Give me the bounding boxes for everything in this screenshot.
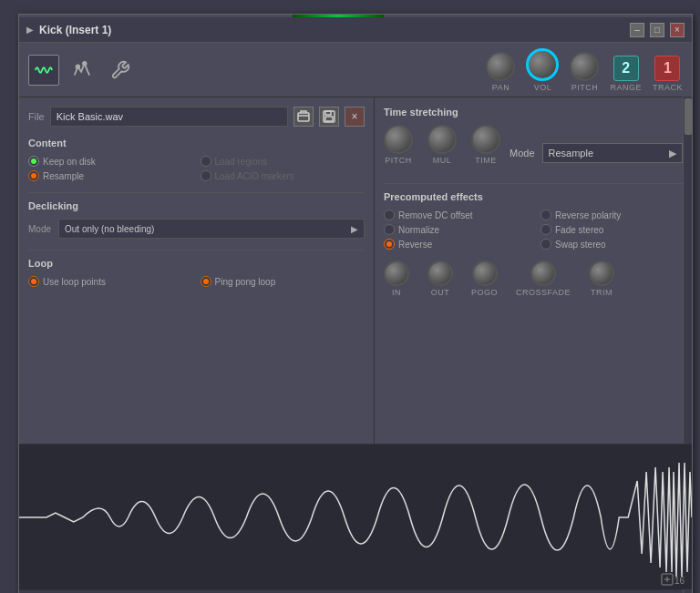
file-save-button[interactable] — [319, 107, 339, 127]
window-controls: – □ × — [630, 23, 685, 37]
pan-label: PAN — [492, 83, 510, 92]
reverse-radio[interactable] — [384, 239, 395, 250]
use-loop-points-option[interactable]: Use loop points — [28, 276, 193, 287]
track-badge[interactable]: 1 — [654, 56, 680, 81]
declicking-mode-value: Out only (no bleeding) — [65, 224, 154, 234]
declicking-title: Declicking — [28, 200, 365, 211]
loop-section: Loop Use loop points Ping pong loop — [28, 258, 365, 287]
fade-stereo-option[interactable]: Fade stereo — [540, 224, 683, 235]
swap-stereo-radio[interactable] — [540, 239, 551, 250]
time-stretching-title: Time stretching — [384, 107, 683, 118]
toolbar-controls: PAN VOL PITCH 2 RANGE 1 TRACK — [486, 48, 683, 92]
content-title: Content — [28, 138, 365, 148]
scroll-thumb[interactable] — [685, 98, 692, 135]
swap-stereo-label: Swap stereo — [555, 240, 606, 250]
svg-rect-2 — [298, 113, 309, 121]
ts-mul-knob[interactable] — [427, 125, 457, 154]
load-regions-option[interactable]: Load regions — [201, 156, 365, 167]
toolbar: PAN VOL PITCH 2 RANGE 1 TRACK — [19, 43, 692, 97]
reverse-polarity-radio[interactable] — [540, 210, 551, 220]
ts-mode-select[interactable]: Resample ▶ — [542, 143, 683, 163]
ts-pitch-label: PITCH — [385, 156, 412, 165]
file-label: File — [28, 111, 45, 122]
declicking-mode-label: Mode — [28, 224, 51, 234]
resample-radio[interactable] — [28, 170, 39, 181]
ts-pitch-knob[interactable] — [384, 125, 413, 154]
fade-stereo-label: Fade stereo — [555, 225, 603, 235]
pogo-knob[interactable] — [472, 261, 498, 286]
pogo-knob-group: POGO — [471, 261, 498, 297]
pitch-knob-group: PITCH — [570, 52, 599, 92]
ping-pong-option[interactable]: Ping pong loop — [201, 276, 365, 287]
reverse-polarity-label: Reverse polarity — [555, 210, 621, 220]
content-section: Content Keep on disk Load regions Resamp… — [28, 138, 365, 181]
time-stretching-section: Time stretching PITCH MUL TI — [384, 107, 683, 172]
declicking-mode-select[interactable]: Out only (no bleeding) ▶ — [58, 219, 365, 239]
precomputed-section: Precomputed effects Remove DC offset Rev… — [384, 191, 683, 297]
declicking-section: Declicking Mode Out only (no bleeding) ▶ — [28, 200, 365, 239]
load-acid-label: Load ACID markers — [215, 171, 294, 181]
left-panel: File × C — [19, 97, 375, 444]
file-browse-button[interactable] — [293, 107, 314, 127]
keep-on-disk-radio[interactable] — [28, 156, 39, 167]
trim-knob[interactable] — [589, 261, 614, 286]
range-label: RANGE — [610, 83, 642, 92]
ts-time-label: TIME — [475, 156, 497, 165]
main-content: File × C — [19, 97, 692, 444]
remove-dc-radio[interactable] — [384, 210, 395, 220]
vol-knob[interactable] — [526, 48, 559, 81]
load-acid-option[interactable]: Load ACID markers — [201, 170, 365, 181]
ts-time-knob[interactable] — [471, 125, 500, 154]
close-button[interactable]: × — [670, 23, 685, 37]
waveform-zoom-label: 16 — [674, 576, 685, 586]
keep-on-disk-option[interactable]: Keep on disk — [28, 156, 193, 167]
envelope-tab-button[interactable] — [67, 55, 98, 86]
title-arrow-icon: ▶ — [26, 25, 34, 35]
effect-knobs: IN OUT POGO CROSSFADE — [384, 261, 683, 297]
ts-pitch-knob-group: PITCH — [384, 125, 413, 165]
load-regions-label: Load regions — [215, 157, 268, 167]
out-knob[interactable] — [427, 261, 453, 286]
ping-pong-radio[interactable] — [201, 276, 211, 287]
range-badge[interactable]: 2 — [613, 56, 639, 81]
waveform-tab-button[interactable] — [28, 55, 59, 86]
ts-time-knob-group: TIME — [471, 125, 500, 165]
fade-stereo-radio[interactable] — [540, 224, 551, 235]
pitch-knob[interactable] — [570, 52, 599, 81]
swap-stereo-option[interactable]: Swap stereo — [540, 239, 683, 250]
ts-mode-label: Mode — [510, 148, 535, 158]
use-loop-points-label: Use loop points — [43, 277, 106, 287]
remove-dc-option[interactable]: Remove DC offset — [384, 210, 526, 220]
crossfade-label: CROSSFADE — [516, 288, 571, 297]
file-name-input[interactable] — [50, 107, 288, 127]
load-acid-radio[interactable] — [201, 170, 211, 181]
file-close-button[interactable]: × — [345, 107, 365, 127]
maximize-button[interactable]: □ — [650, 23, 664, 37]
ping-pong-label: Ping pong loop — [215, 277, 276, 287]
crossfade-knob[interactable] — [530, 261, 556, 286]
load-regions-radio[interactable] — [201, 156, 211, 167]
waveform-svg — [19, 445, 692, 589]
reverse-option[interactable]: Reverse — [384, 239, 526, 250]
waveform-display: 16 — [19, 444, 692, 589]
ts-mul-label: MUL — [433, 156, 452, 165]
svg-point-0 — [77, 65, 80, 68]
use-loop-points-radio[interactable] — [28, 276, 39, 287]
svg-rect-5 — [325, 117, 333, 121]
declicking-mode-row: Mode Out only (no bleeding) ▶ — [28, 219, 365, 239]
resample-option[interactable]: Resample — [28, 170, 193, 181]
reverse-polarity-option[interactable]: Reverse polarity — [540, 210, 683, 220]
pan-knob[interactable] — [486, 52, 515, 81]
normalize-option[interactable]: Normalize — [384, 224, 526, 235]
in-knob[interactable] — [384, 261, 409, 286]
loop-options: Use loop points Ping pong loop — [28, 276, 365, 287]
keep-on-disk-label: Keep on disk — [43, 157, 96, 167]
reverse-label: Reverse — [398, 240, 432, 250]
pogo-label: POGO — [471, 288, 498, 297]
trim-label: TRIM — [591, 288, 612, 297]
title-bar: ▶ Kick (Insert 1) – □ × — [19, 17, 692, 43]
file-row: File × — [28, 107, 365, 127]
settings-tab-button[interactable] — [105, 55, 136, 86]
normalize-radio[interactable] — [384, 224, 395, 235]
minimize-button[interactable]: – — [630, 23, 644, 37]
